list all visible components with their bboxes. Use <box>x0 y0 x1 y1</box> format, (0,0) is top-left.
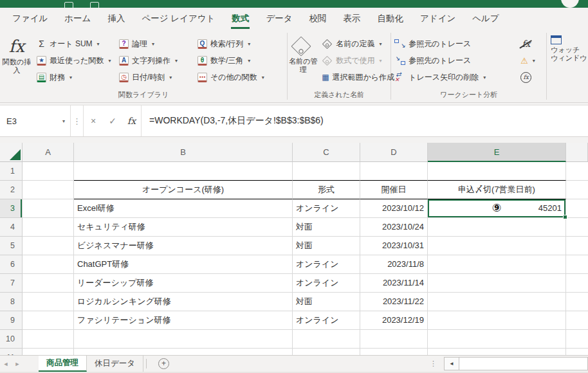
cell-a3[interactable] <box>23 199 74 218</box>
cell-a9[interactable] <box>23 311 74 330</box>
cell-e9[interactable] <box>428 311 566 330</box>
formula-input[interactable]: =WORKDAY(D3,-7,休日データ!$B$3:$B$6) <box>142 105 588 136</box>
cell-e2[interactable]: 申込〆切(7営業日前) <box>428 181 566 199</box>
cancel-button[interactable]: × <box>84 105 103 136</box>
cell-f11[interactable] <box>566 349 588 355</box>
evaluate-formula-button[interactable]: fx <box>517 69 535 86</box>
cell-f3[interactable] <box>566 199 588 218</box>
cell-b5[interactable]: ビジネスマナー研修 <box>74 237 293 255</box>
cell-d2[interactable]: 開催日 <box>360 181 428 199</box>
cell-d5[interactable]: 2023/10/31 <box>360 237 428 255</box>
col-header-e[interactable]: E <box>428 143 566 162</box>
cell-a7[interactable] <box>23 274 74 293</box>
cell-a6[interactable] <box>23 255 74 274</box>
cell-f8[interactable] <box>566 293 588 311</box>
cell-e11[interactable] <box>428 349 566 355</box>
cell-f1[interactable] <box>566 162 588 181</box>
cell-f9[interactable] <box>566 311 588 330</box>
sheet-nav-right-icon[interactable]: ► <box>12 356 23 372</box>
lookup-reference-button[interactable]: Q 検索/行列 ▾ <box>194 35 283 52</box>
tab-review[interactable]: 校閲 <box>301 8 335 30</box>
trace-dependents-button[interactable]: ↘ 参照先のトレース <box>391 52 517 69</box>
row-header-2[interactable]: 2 <box>0 181 23 199</box>
cell-e6[interactable] <box>428 255 566 274</box>
cell-a4[interactable] <box>23 218 74 237</box>
row-header-4[interactable]: 4 <box>0 218 23 237</box>
cell-d10[interactable] <box>360 330 428 349</box>
name-box[interactable]: E3 ▾ <box>0 105 71 136</box>
tab-automate[interactable]: 自動化 <box>369 8 412 30</box>
cell-b4[interactable]: セキュリティ研修 <box>74 218 293 237</box>
cell-a5[interactable] <box>23 237 74 255</box>
cell-b6[interactable]: ChatGPT研修 <box>74 255 293 274</box>
cell-e4[interactable] <box>428 218 566 237</box>
scrollbar-track[interactable] <box>459 357 588 370</box>
cell-c3[interactable]: オンライン <box>293 199 360 218</box>
cell-b10[interactable] <box>74 330 293 349</box>
row-header-6[interactable]: 6 <box>0 255 23 274</box>
cell-f7[interactable] <box>566 274 588 293</box>
cell-b8[interactable]: ロジカルシンキング研修 <box>74 293 293 311</box>
select-all-button[interactable] <box>0 143 23 162</box>
trace-precedents-button[interactable]: ↘ 参照元のトレース <box>391 35 517 52</box>
col-header-c[interactable]: C <box>293 143 360 162</box>
col-header-b[interactable]: B <box>74 143 293 162</box>
cell-f6[interactable] <box>566 255 588 274</box>
tab-file[interactable]: ファイル <box>4 8 56 30</box>
cell-f2[interactable] <box>566 181 588 199</box>
cell-d8[interactable]: 2023/11/22 <box>360 293 428 311</box>
create-from-selection-button[interactable]: ▦ 選択範囲から作成 <box>318 69 390 86</box>
use-in-formula-button[interactable]: 数式で使用 ▾ <box>318 52 390 69</box>
name-box-dropdown-icon[interactable]: ▾ <box>62 118 65 124</box>
cell-b3[interactable]: Excel研修 <box>74 199 293 218</box>
cell-c4[interactable]: 対面 <box>293 218 360 237</box>
cell-c2[interactable]: 形式 <box>293 181 360 199</box>
cell-e5[interactable] <box>428 237 566 255</box>
scroll-left-icon[interactable]: ◄ <box>444 357 459 370</box>
add-sheet-button[interactable]: + <box>158 358 169 369</box>
horizontal-scrollbar[interactable]: ◄ <box>444 357 588 370</box>
sheet-tab-product-management[interactable]: 商品管理 <box>39 356 87 372</box>
cell-a1[interactable] <box>23 162 74 181</box>
cell-a10[interactable] <box>23 330 74 349</box>
row-header-9[interactable]: 9 <box>0 311 23 330</box>
tab-page-layout[interactable]: ページ レイアウト <box>133 8 223 30</box>
cell-d3[interactable]: 2023/10/12 <box>360 199 428 218</box>
cell-c8[interactable]: 対面 <box>293 293 360 311</box>
row-header-10[interactable]: 10 <box>0 330 23 349</box>
more-functions-button[interactable]: ⋯ その他の関数 ▾ <box>194 69 283 86</box>
cell-f4[interactable] <box>566 218 588 237</box>
tab-formulas[interactable]: 数式 <box>223 8 257 30</box>
insert-function-fx-button[interactable]: fx <box>122 105 142 136</box>
cell-b2[interactable]: オープンコース(研修) <box>74 181 293 199</box>
cell-b1[interactable] <box>74 162 293 181</box>
logical-button[interactable]: ? 論理 ▾ <box>116 35 194 52</box>
formula-bar-handle[interactable]: ⋮ <box>71 105 84 136</box>
cell-c1[interactable] <box>293 162 360 181</box>
scrollbar-resize-handle[interactable]: ⋮ <box>430 356 437 372</box>
col-header-d[interactable]: D <box>360 143 428 162</box>
cell-a2[interactable] <box>23 181 74 199</box>
cell-d4[interactable]: 2023/10/24 <box>360 218 428 237</box>
autosum-button[interactable]: Σ オート SUM ▾ <box>33 35 116 52</box>
cell-c6[interactable]: オンライン <box>293 255 360 274</box>
quick-access-icon[interactable] <box>64 2 73 8</box>
text-functions-button[interactable]: A 文字列操作 ▾ <box>116 52 194 69</box>
row-header-1[interactable]: 1 <box>0 162 23 181</box>
account-avatar[interactable] <box>561 0 579 8</box>
cell-e1[interactable] <box>428 162 566 181</box>
tab-addins[interactable]: アドイン <box>412 8 464 30</box>
cell-e8[interactable] <box>428 293 566 311</box>
row-header-7[interactable]: 7 <box>0 274 23 293</box>
tab-data[interactable]: データ <box>257 8 300 30</box>
cell-d11[interactable] <box>360 349 428 355</box>
show-formulas-button[interactable]: fx <box>517 35 535 52</box>
cell-a8[interactable] <box>23 293 74 311</box>
cell-d6[interactable]: 2023/11/8 <box>360 255 428 274</box>
cell-c7[interactable]: オンライン <box>293 274 360 293</box>
define-name-button[interactable]: 名前の定義 ▾ <box>318 35 390 52</box>
sheet-tab-holiday-data[interactable]: 休日データ <box>87 356 143 372</box>
cell-d7[interactable]: 2023/11/14 <box>360 274 428 293</box>
watch-window-button[interactable]: ウォッチ ウィンドウ <box>547 30 588 102</box>
cell-d9[interactable]: 2023/12/19 <box>360 311 428 330</box>
